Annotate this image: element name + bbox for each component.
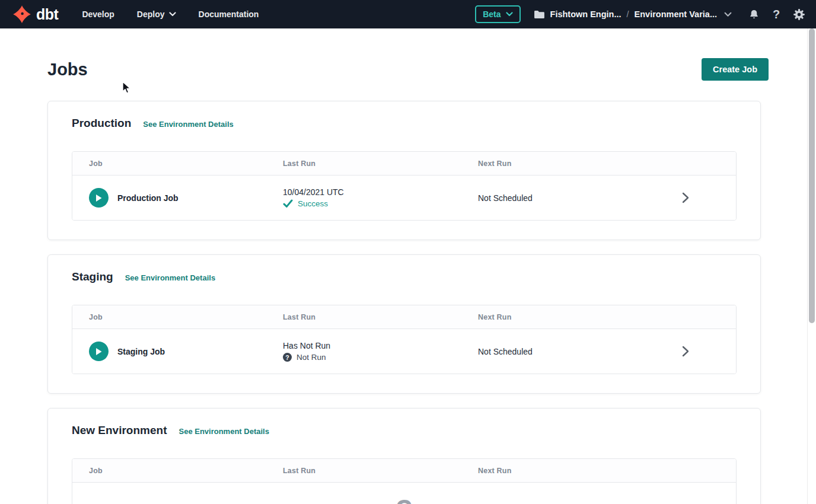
environment-card-new-environment: New Environment See Environment Details … — [47, 408, 761, 504]
breadcrumb-separator: / — [627, 9, 629, 19]
question-circle-icon: ? — [283, 353, 292, 362]
environment-card-staging: Staging See Environment Details Job Last… — [47, 254, 761, 394]
help-icon-glyph: ? — [773, 8, 780, 21]
column-header-last-run: Last Run — [283, 313, 478, 321]
column-header-next-run: Next Run — [478, 467, 659, 475]
run-job-play-button[interactable] — [89, 188, 109, 208]
environment-name: New Environment — [72, 424, 167, 437]
environment-name: Staging — [72, 270, 113, 283]
last-run-status: ? Not Run — [283, 353, 478, 362]
beta-dropdown[interactable]: Beta — [475, 5, 520, 23]
jobs-page: Jobs Create Job Production See Environme… — [0, 58, 816, 504]
column-header-next-run: Next Run — [478, 160, 659, 168]
nav-item-documentation[interactable]: Documentation — [199, 9, 259, 19]
create-job-button[interactable]: Create Job — [702, 58, 769, 81]
environment-header: Production See Environment Details — [72, 117, 737, 130]
nav-item-documentation-label: Documentation — [199, 9, 259, 19]
nav-icon-group: ? — [747, 8, 805, 21]
vertical-scrollbar-track[interactable] — [807, 28, 816, 504]
notifications-bell-icon[interactable] — [747, 8, 760, 21]
jobs-table: Job Last Run Next Run Staging Job Has No… — [72, 305, 737, 374]
vertical-scrollbar-thumb[interactable] — [809, 28, 815, 323]
breadcrumb-project[interactable]: Fishtown Engin... — [550, 9, 621, 19]
status-text: Success — [298, 199, 328, 208]
column-header-last-run: Last Run — [283, 160, 478, 168]
nav-item-develop[interactable]: Develop — [82, 9, 114, 19]
column-header-job: Job — [89, 467, 283, 475]
empty-state-row: ? — [72, 483, 736, 504]
see-environment-details-link[interactable]: See Environment Details — [143, 120, 233, 129]
breadcrumb-page[interactable]: Environment Varia... — [635, 9, 717, 19]
row-chevron[interactable] — [659, 192, 712, 203]
question-icon: ? — [396, 495, 413, 504]
job-name[interactable]: Staging Job — [117, 347, 165, 356]
chevron-right-icon — [682, 192, 689, 203]
row-chevron[interactable] — [659, 346, 712, 357]
environment-header: Staging See Environment Details — [72, 270, 737, 283]
column-header-job: Job — [89, 160, 283, 168]
page-title: Jobs — [47, 60, 88, 79]
last-run-status: Success — [283, 199, 478, 208]
chevron-down-icon — [724, 12, 732, 17]
table-row[interactable]: Staging Job Has Not Run ? Not Run Not Sc… — [72, 329, 736, 374]
jobs-table: Job Last Run Next Run Production Job 10/… — [72, 151, 737, 221]
last-run-date: Has Not Run — [283, 341, 478, 350]
next-run-cell: Not Scheduled — [478, 193, 659, 203]
see-environment-details-link[interactable]: See Environment Details — [125, 273, 215, 282]
help-icon[interactable]: ? — [770, 8, 783, 21]
job-name[interactable]: Production Job — [117, 193, 179, 203]
table-header-row: Job Last Run Next Run — [72, 152, 736, 176]
top-navigation: dbt Develop Deploy Documentation Beta Fi… — [0, 0, 816, 28]
beta-label: Beta — [483, 9, 501, 19]
column-header-next-run: Next Run — [478, 313, 659, 321]
play-icon — [95, 347, 103, 356]
play-icon — [95, 194, 103, 202]
nav-item-deploy-label: Deploy — [137, 9, 165, 19]
last-run-date: 10/04/2021 UTC — [283, 187, 478, 197]
chevron-down-icon — [169, 12, 176, 17]
chevron-down-icon — [506, 12, 513, 17]
column-header-job: Job — [89, 313, 283, 321]
status-text: Not Run — [297, 353, 326, 362]
last-run-cell: Has Not Run ? Not Run — [283, 341, 478, 362]
project-breadcrumb[interactable]: Fishtown Engin... / Environment Varia... — [534, 9, 732, 19]
nav-right-group: Beta Fishtown Engin... / Environment Var… — [475, 5, 805, 23]
table-header-row: Job Last Run Next Run — [72, 459, 736, 483]
nav-menu: Develop Deploy Documentation — [82, 9, 259, 19]
check-icon — [283, 199, 293, 208]
next-run-cell: Not Scheduled — [478, 347, 659, 356]
column-header-last-run: Last Run — [283, 467, 478, 475]
nav-item-develop-label: Develop — [82, 9, 114, 19]
dbt-logo-text: dbt — [36, 6, 58, 23]
settings-gear-icon[interactable] — [792, 8, 805, 21]
dbt-logo[interactable]: dbt — [12, 4, 58, 24]
table-row[interactable]: Production Job 10/04/2021 UTC Success No… — [72, 176, 736, 220]
dbt-logo-icon — [12, 4, 32, 24]
job-cell: Production Job — [89, 188, 283, 208]
see-environment-details-link[interactable]: See Environment Details — [179, 427, 269, 436]
jobs-table: Job Last Run Next Run ? — [72, 458, 737, 504]
folder-icon — [534, 10, 545, 19]
nav-item-deploy[interactable]: Deploy — [137, 9, 176, 19]
job-cell: Staging Job — [89, 342, 283, 361]
page-header: Jobs Create Job — [47, 58, 769, 81]
last-run-cell: 10/04/2021 UTC Success — [283, 187, 478, 208]
table-header-row: Job Last Run Next Run — [72, 305, 736, 329]
environment-name: Production — [72, 117, 131, 130]
environment-card-production: Production See Environment Details Job L… — [47, 101, 761, 240]
chevron-right-icon — [682, 346, 689, 357]
run-job-play-button[interactable] — [89, 342, 109, 361]
environment-header: New Environment See Environment Details — [72, 424, 737, 437]
